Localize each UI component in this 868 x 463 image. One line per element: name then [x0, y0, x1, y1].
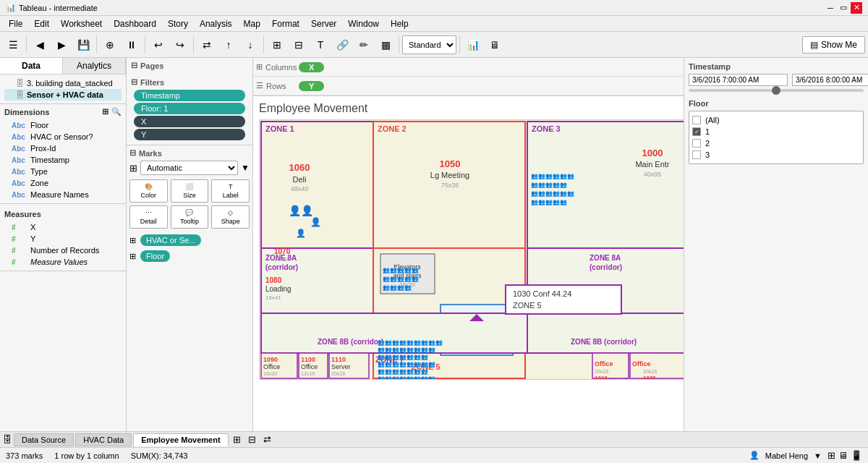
marks-shape-btn[interactable]: ◇ Shape [211, 205, 250, 229]
save-button[interactable]: 💾 [73, 35, 93, 55]
columns-x-pill[interactable]: X [299, 62, 324, 72]
employee-movement-tab[interactable]: Employee Movement [133, 433, 228, 446]
floor-1[interactable]: ✓ 1 [692, 126, 860, 137]
close-button[interactable]: ✕ [851, 2, 862, 14]
marks-detail-btn[interactable]: ⋯ Detail [129, 205, 168, 229]
undo-button[interactable]: ↩ [148, 35, 169, 55]
persons-z1c: 👤 [296, 228, 306, 238]
menu-worksheet[interactable]: Worksheet [55, 17, 108, 30]
redo-button[interactable]: ↪ [170, 35, 190, 55]
floor-1-checkbox[interactable]: ✓ [692, 127, 701, 136]
presentation-icon[interactable]: ⊞ [827, 450, 835, 461]
user-dropdown-icon[interactable]: ▼ [814, 451, 822, 460]
rows-y-pill[interactable]: Y [299, 81, 324, 91]
timestamp-range [689, 74, 864, 86]
measure-x[interactable]: #X [0, 221, 126, 233]
dim-timestamp[interactable]: AbcTimestamp [0, 154, 126, 166]
floor-all[interactable]: (All) [692, 114, 860, 126]
highlight-button[interactable]: ✏ [354, 35, 374, 55]
room1020-size: 20x16 [643, 369, 657, 374]
filter-x[interactable]: X [134, 116, 245, 127]
analytics-tab[interactable]: Analytics [63, 58, 126, 74]
dim-hash-4: # [12, 258, 27, 266]
swap-sheet-icon[interactable]: ⇄ [260, 433, 274, 446]
crowd-z3-3: 👥👥👥👥👥👥 [531, 190, 574, 197]
dim-hvac[interactable]: AbcHVAC or Sensor? [0, 131, 126, 143]
sort-desc-button[interactable]: ↓ [240, 35, 260, 55]
monitor-button[interactable]: 🖥 [485, 35, 505, 55]
grid-icon[interactable]: ⊞ [102, 107, 109, 116]
marks-dropdown-icon[interactable]: ▼ [241, 163, 250, 173]
new-button[interactable]: ☰ [3, 35, 23, 55]
timestamp-end-input[interactable] [792, 74, 868, 86]
detail-label: Detail [140, 218, 157, 225]
pause-button[interactable]: ⏸ [122, 35, 142, 55]
menu-help[interactable]: Help [385, 17, 414, 30]
measure-values[interactable]: #Measure Values [0, 256, 126, 268]
floor-3[interactable]: 3 [692, 149, 860, 161]
back-button[interactable]: ◀ [30, 35, 50, 55]
floor-all-checkbox[interactable] [692, 116, 701, 124]
show-me-button[interactable]: ▤ Show Me [802, 36, 865, 54]
floor-2[interactable]: 2 [692, 137, 860, 149]
data-source-tab[interactable]: Data Source [14, 433, 74, 446]
marks-color-btn[interactable]: 🎨 Color [129, 179, 168, 203]
search-icon[interactable]: 🔍 [111, 107, 122, 116]
menu-server[interactable]: Server [305, 17, 342, 30]
menu-format[interactable]: Format [266, 17, 305, 30]
phone-icon[interactable]: 📱 [851, 450, 862, 461]
label-button[interactable]: T [310, 35, 331, 55]
data-tab[interactable]: Data [0, 58, 63, 74]
menu-analysis[interactable]: Analysis [194, 17, 238, 30]
floor-3-checkbox[interactable] [692, 150, 701, 159]
maximize-button[interactable]: ▭ [838, 2, 849, 14]
marks-size-btn[interactable]: ⬜ Size [171, 179, 209, 203]
marks-type-select[interactable]: Automatic [140, 161, 238, 175]
chart-button[interactable]: 📊 [463, 35, 483, 55]
dimensions-icons: ⊞ 🔍 [102, 107, 122, 116]
duplicate-sheet-icon[interactable]: ⊟ [245, 433, 259, 446]
dim-measure-names[interactable]: AbcMeasure Names [0, 189, 126, 200]
menu-file[interactable]: File [3, 17, 28, 30]
filter-timestamp[interactable]: Timestamp [134, 90, 245, 101]
add-datasource-button[interactable]: ⊕ [100, 35, 120, 55]
menu-map[interactable]: Map [238, 17, 266, 30]
minimize-button[interactable]: ─ [825, 2, 836, 14]
filter-y[interactable]: Y [134, 129, 245, 140]
window-controls[interactable]: ─ ▭ ✕ [825, 2, 862, 14]
device-icon[interactable]: 🖥 [838, 450, 848, 461]
measure-records[interactable]: #Number of Records [0, 245, 126, 256]
mark-floor-pill[interactable]: Floor [140, 250, 170, 262]
fit-width-button[interactable]: ⊞ [267, 35, 287, 55]
datasource-2[interactable]: 🗄 Sensor + HVAC data [4, 89, 122, 101]
marks-label-btn[interactable]: T Label [211, 179, 250, 203]
marks-tooltip-btn[interactable]: 💬 Tooltip [171, 205, 209, 229]
floor-plan-svg[interactable]: ZONE 1 1060 Deli 48x40 👤👤 👤 👤 ZONE 2 105… [259, 119, 684, 380]
timestamp-start-input[interactable] [689, 74, 788, 86]
slider-handle[interactable] [772, 86, 780, 95]
floor-2-checkbox[interactable] [692, 139, 701, 148]
menu-story[interactable]: Story [162, 17, 194, 30]
hvac-data-tab[interactable]: HVAC Data [75, 433, 132, 446]
mark-hvac-pill[interactable]: HVAC or Se... [140, 234, 201, 246]
dim-type[interactable]: AbcType [0, 166, 126, 177]
sort-asc-button[interactable]: ↑ [218, 35, 239, 55]
filter-floor[interactable]: Floor: 1 [134, 103, 245, 114]
timestamp-slider[interactable] [689, 89, 864, 92]
dim-zone[interactable]: AbcZone [0, 177, 126, 189]
fit-height-button[interactable]: ⊟ [289, 35, 309, 55]
menu-dashboard[interactable]: Dashboard [108, 17, 162, 30]
datasource-1[interactable]: 🗄 3. building data_stacked [4, 77, 122, 89]
toolbar-sep-6 [399, 36, 399, 54]
forward-button[interactable]: ▶ [51, 35, 72, 55]
view-dropdown[interactable]: Standard [402, 35, 456, 54]
measure-y[interactable]: #Y [0, 233, 126, 245]
dim-proxid[interactable]: AbcProx-Id [0, 143, 126, 154]
tooltip-button[interactable]: 🔗 [332, 35, 352, 55]
menu-edit[interactable]: Edit [28, 17, 55, 30]
add-sheet-icon[interactable]: ⊞ [230, 433, 244, 446]
dim-floor[interactable]: AbcFloor [0, 119, 126, 131]
swap-button[interactable]: ⇄ [197, 35, 217, 55]
group-button[interactable]: ▦ [375, 35, 396, 55]
menu-window[interactable]: Window [342, 17, 385, 30]
